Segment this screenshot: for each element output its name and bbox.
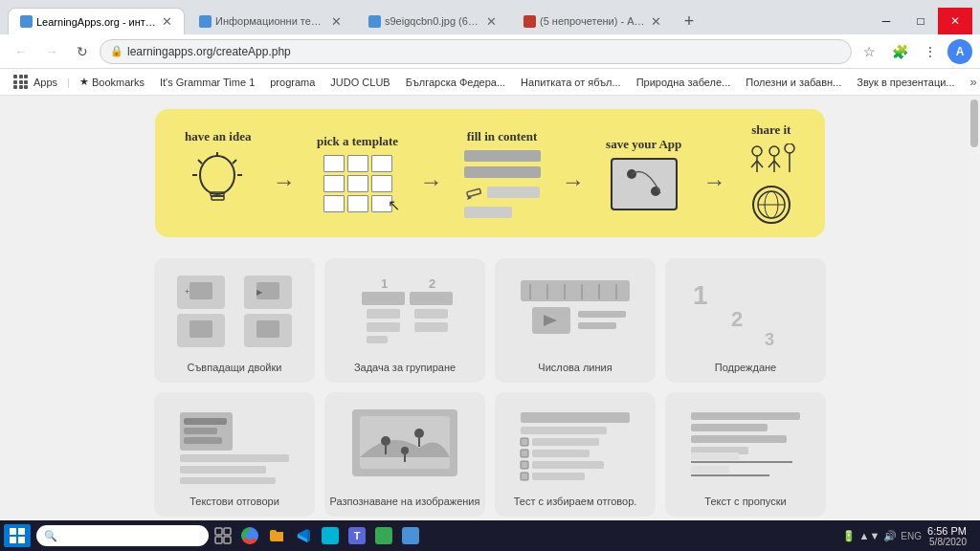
tab-2[interactable]: Информационни технологии 7 с... ✕ bbox=[187, 8, 354, 34]
tab-1-close[interactable]: ✕ bbox=[162, 14, 172, 29]
tab-4-close[interactable]: ✕ bbox=[651, 14, 661, 29]
card-grouping[interactable]: 1 2 Задача за групиране bbox=[324, 258, 485, 383]
arrow-1: → bbox=[273, 168, 296, 195]
card-numline-label: Числова линия bbox=[538, 362, 612, 373]
card-numline[interactable]: Числова линия bbox=[495, 258, 656, 383]
step-1: have an idea bbox=[185, 129, 251, 217]
apps-bookmark[interactable]: Apps bbox=[8, 73, 63, 91]
taskbar-file-icon[interactable] bbox=[264, 523, 289, 548]
card-mcq-label: Тест с избираем отговор. bbox=[514, 496, 637, 507]
address-bar[interactable]: 🔒 learningapps.org/createApp.php bbox=[100, 39, 852, 64]
step-4: save your App bbox=[606, 137, 681, 210]
new-tab-button[interactable]: + bbox=[676, 8, 702, 34]
bookmarks-folder[interactable]: ★Bookmarks bbox=[74, 74, 150, 90]
lang-label: ENG bbox=[901, 531, 922, 541]
card-image-recog[interactable]: Разпознаване на изображения bbox=[324, 392, 485, 517]
svg-rect-39 bbox=[367, 322, 400, 332]
taskbar-teams-icon[interactable]: T bbox=[345, 523, 369, 548]
step-3-label: fill in content bbox=[467, 129, 538, 144]
forward-button[interactable]: → bbox=[38, 38, 65, 65]
matching-svg: + ▶ bbox=[172, 271, 297, 352]
tab-1[interactable]: LearningApps.org - интерактив... ✕ bbox=[8, 8, 185, 34]
extensions-button[interactable]: 🧩 bbox=[886, 38, 913, 65]
menu-button[interactable]: ⋮ bbox=[917, 38, 944, 65]
svg-rect-51 bbox=[578, 311, 626, 318]
svg-rect-28 bbox=[189, 320, 212, 338]
tab-2-label: Информационни технологии 7 с... bbox=[215, 15, 325, 27]
start-button[interactable] bbox=[4, 524, 31, 547]
back-button[interactable]: ← bbox=[8, 38, 34, 65]
svg-rect-75 bbox=[521, 450, 528, 457]
people-icon bbox=[747, 143, 795, 182]
bookmark-drink[interactable]: Напитката от ябъл... bbox=[515, 75, 627, 90]
bookmark-useful[interactable]: Полезни и забавн... bbox=[740, 75, 847, 90]
steps-banner: have an idea → bbox=[155, 109, 825, 237]
cards-container: + ▶ Съвпадащи двойки 1 2 bbox=[0, 251, 980, 520]
maximize-button[interactable]: □ bbox=[903, 8, 938, 34]
tab-3[interactable]: s9eigqcbn0.jpg (640×439) ✕ bbox=[356, 8, 509, 34]
step-2-icon: ↖ bbox=[323, 155, 392, 212]
svg-point-10 bbox=[752, 146, 762, 156]
reload-button[interactable]: ↻ bbox=[69, 38, 96, 65]
profile-avatar[interactable]: A bbox=[947, 39, 972, 64]
bookmark-judo[interactable]: JUDO CLUB bbox=[324, 75, 395, 90]
tab-4[interactable]: (5 непрочетени) - АБВ поща ✕ bbox=[511, 8, 674, 34]
svg-rect-88 bbox=[691, 466, 729, 474]
ordering-svg: 1 2 3 bbox=[683, 271, 808, 352]
taskbar-chrome-icon[interactable] bbox=[237, 523, 262, 548]
svg-text:2: 2 bbox=[429, 276, 435, 291]
minimize-button[interactable]: ─ bbox=[869, 8, 903, 34]
step-1-icon bbox=[189, 150, 247, 217]
taskbar-app5-icon[interactable] bbox=[318, 523, 343, 548]
arrow-4: → bbox=[703, 168, 726, 195]
svg-rect-61 bbox=[180, 466, 266, 474]
step-3: fill in content bbox=[464, 129, 541, 218]
svg-rect-95 bbox=[215, 537, 222, 543]
bookmark-programa[interactable]: programa bbox=[264, 75, 321, 90]
card-text-answers-label: Текстови отговори bbox=[189, 496, 279, 507]
task-view-button[interactable] bbox=[211, 523, 235, 548]
blanks-preview bbox=[683, 402, 808, 488]
svg-rect-91 bbox=[10, 537, 16, 543]
card-ordering[interactable]: 1 2 3 Подреждане bbox=[665, 258, 826, 383]
close-button[interactable]: ✕ bbox=[938, 8, 972, 34]
tab-2-favicon bbox=[199, 15, 212, 28]
bookmark-bg-fed[interactable]: Българска Федера... bbox=[400, 75, 511, 90]
cards-row-1: + ▶ Съвпадащи двойки 1 2 bbox=[19, 258, 961, 383]
taskbar-vscode-icon[interactable] bbox=[291, 523, 316, 548]
bookmark-nature[interactable]: Природна забеле... bbox=[631, 75, 737, 90]
card-blanks[interactable]: Текст с пропуски bbox=[665, 392, 826, 517]
tab-2-close[interactable]: ✕ bbox=[331, 14, 342, 29]
svg-rect-94 bbox=[224, 528, 231, 535]
scrollbar-thumb[interactable] bbox=[970, 99, 978, 147]
svg-rect-41 bbox=[367, 336, 388, 343]
taskbar-app7-icon[interactable] bbox=[371, 523, 396, 548]
ordering-preview: 1 2 3 bbox=[683, 268, 808, 354]
svg-rect-73 bbox=[521, 438, 528, 446]
bookmark-grammar[interactable]: It's Grammar Time 1 bbox=[154, 75, 260, 90]
map-lines-icon bbox=[612, 160, 679, 212]
card-mcq[interactable]: Тест с избираем отговор. bbox=[495, 392, 656, 517]
tab-3-favicon bbox=[368, 15, 381, 28]
card-text-answers[interactable]: Текстови отговори bbox=[154, 392, 315, 517]
numline-preview bbox=[513, 268, 637, 354]
arrow-3: → bbox=[562, 168, 585, 195]
tab-4-label: (5 непрочетени) - АБВ поща bbox=[540, 15, 645, 27]
bookmarks-more[interactable]: » bbox=[965, 73, 980, 91]
bookmarks-star-icon: ★ bbox=[79, 76, 89, 88]
bookmark-star-button[interactable]: ☆ bbox=[856, 38, 882, 65]
globe-lines-icon bbox=[754, 187, 789, 222]
card-grouping-label: Задача за групиране bbox=[354, 362, 456, 373]
tab-3-close[interactable]: ✕ bbox=[486, 14, 497, 29]
network-strength: ▲▼ bbox=[859, 530, 880, 541]
scrollbar[interactable] bbox=[969, 96, 980, 520]
apps-label: Apps bbox=[33, 77, 57, 88]
step-5-label: share it bbox=[751, 122, 791, 138]
battery-icon: 🔋 bbox=[842, 530, 856, 542]
bookmark-sound[interactable]: Звук в презентаци... bbox=[851, 75, 960, 90]
svg-rect-78 bbox=[532, 461, 604, 469]
taskbar-app8-icon[interactable] bbox=[398, 523, 423, 548]
svg-rect-80 bbox=[532, 473, 585, 480]
taskbar-search[interactable]: 🔍 bbox=[36, 525, 209, 546]
card-matching[interactable]: + ▶ Съвпадащи двойки bbox=[154, 258, 315, 383]
